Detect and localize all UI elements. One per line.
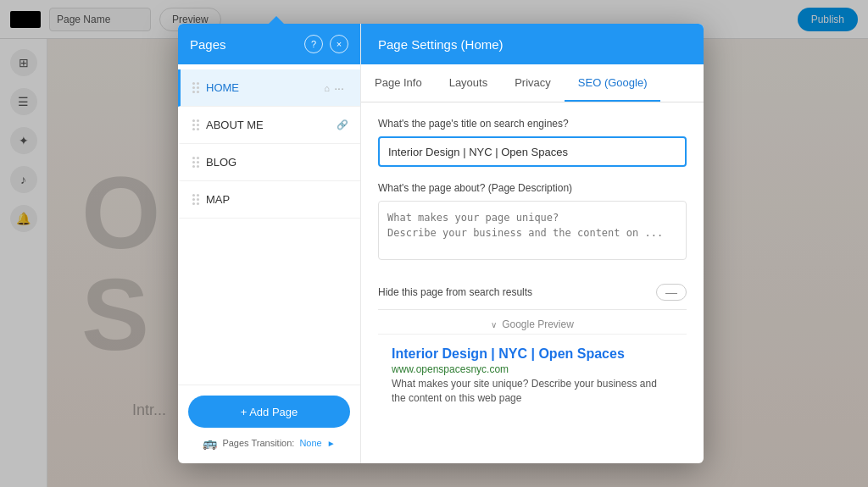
tab-seo-google[interactable]: SEO (Google) — [565, 64, 661, 102]
add-page-button[interactable]: + Add Page — [188, 396, 350, 428]
transition-value[interactable]: None — [299, 438, 321, 448]
google-preview-toggle[interactable]: ∨ Google Preview — [378, 310, 687, 334]
settings-panel: Page Settings (Home) Page Info Layouts P… — [360, 24, 704, 463]
hide-from-search-row: Hide this page from search results — — [378, 279, 687, 306]
page-title-section: What's the page's title on search engine… — [378, 118, 687, 167]
google-result-title: Interior Design | NYC | Open Spaces — [392, 346, 673, 362]
page-item-blog[interactable]: BLOG — [178, 144, 360, 181]
drag-handle-blog — [192, 157, 199, 168]
page-item-aboutme[interactable]: ABOUT ME 🔗 — [178, 107, 360, 144]
tab-privacy[interactable]: Privacy — [501, 64, 565, 102]
tab-page-info[interactable]: Page Info — [361, 64, 436, 102]
page-name-map: MAP — [206, 193, 348, 206]
settings-content: What's the page's title on search engine… — [361, 102, 704, 463]
page-item-map[interactable]: MAP — [178, 181, 360, 219]
pages-help-button[interactable]: ? — [304, 35, 323, 53]
pages-panel-title: Pages — [190, 37, 226, 52]
google-preview-label: Google Preview — [502, 318, 574, 330]
google-preview-section: ∨ Google Preview Interior Design | NYC |… — [378, 309, 687, 418]
pages-panel: Pages ? × HOME ⌂ ··· — [178, 24, 360, 463]
page-description-label: What's the page about? (Page Description… — [378, 182, 687, 194]
transition-truck-icon: 🚌 — [203, 436, 217, 450]
pages-header: Pages ? × — [178, 24, 360, 64]
hide-from-search-label: Hide this page from search results — [378, 286, 532, 298]
hide-from-search-toggle[interactable]: — — [656, 284, 687, 301]
settings-header: Page Settings (Home) — [361, 24, 704, 64]
page-title-label: What's the page's title on search engine… — [378, 118, 687, 130]
google-result-desc: What makes your site unique? Describe yo… — [392, 377, 673, 406]
page-more-home[interactable]: ··· — [330, 79, 348, 97]
drag-handle-aboutme — [192, 119, 199, 130]
page-description-section: What's the page about? (Page Description… — [378, 182, 687, 263]
page-description-textarea[interactable] — [378, 201, 687, 260]
pages-footer: + Add Page 🚌 Pages Transition: None ► — [178, 385, 360, 463]
page-title-input[interactable] — [378, 136, 687, 167]
settings-panel-title: Page Settings (Home) — [378, 37, 504, 52]
page-name-aboutme: ABOUT ME — [206, 119, 333, 131]
modal-container: Pages ? × HOME ⌂ ··· — [178, 24, 704, 463]
link-icon-aboutme: 🔗 — [337, 119, 348, 130]
pages-header-icons: ? × — [304, 35, 348, 53]
chevron-down-icon: ∨ — [491, 320, 497, 329]
transition-label: Pages Transition: — [222, 438, 294, 448]
home-icon: ⌂ — [324, 83, 330, 93]
pages-transition[interactable]: 🚌 Pages Transition: None ► — [188, 428, 350, 453]
transition-arrow: ► — [327, 439, 336, 448]
pages-close-button[interactable]: × — [330, 35, 348, 53]
modal-arrow — [268, 16, 285, 25]
page-item-home[interactable]: HOME ⌂ ··· — [178, 69, 360, 107]
page-name-blog: BLOG — [206, 156, 348, 169]
google-preview-box: Interior Design | NYC | Open Spaces www.… — [378, 334, 687, 418]
google-result-url: www.openspacesnyc.com — [392, 363, 673, 375]
drag-handle-home — [192, 82, 199, 93]
tab-layouts[interactable]: Layouts — [436, 64, 502, 102]
drag-handle-map — [192, 194, 199, 205]
page-name-home: HOME — [206, 81, 320, 94]
pages-list: HOME ⌂ ··· ABOUT ME 🔗 — [178, 64, 360, 385]
settings-tabs: Page Info Layouts Privacy SEO (Google) — [361, 64, 704, 102]
